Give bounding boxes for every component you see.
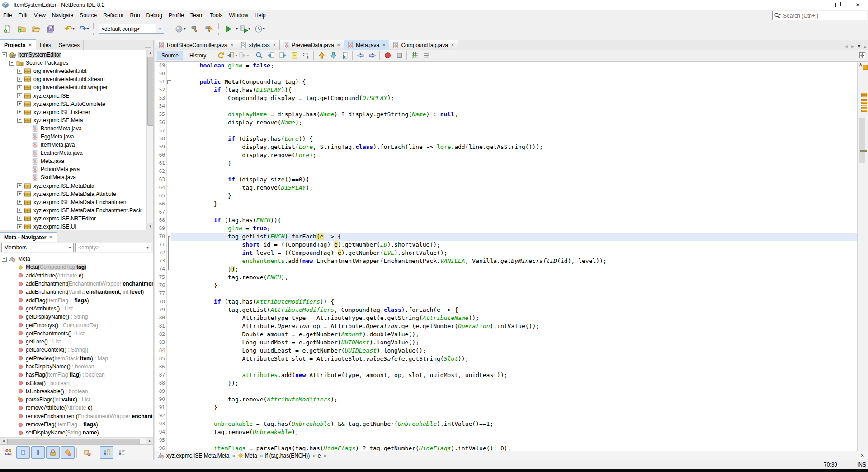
menu-view[interactable]: View (31, 11, 49, 20)
profile-button[interactable]: ▾ (252, 22, 267, 36)
navigator-item[interactable]: removeEnchantment(EnchantmentWrapper enc… (0, 412, 153, 420)
line-number[interactable]: 69 (155, 224, 167, 233)
scroll-up-icon[interactable]: ▲ (147, 50, 154, 57)
navigator-item[interactable]: getPreview(ItemStack item) : Map (0, 354, 153, 362)
line-number[interactable]: 57 (155, 127, 167, 135)
line-number[interactable]: 61 (155, 159, 167, 167)
project-tree-item[interactable]: + xyz.expmc.ISE.Listener (0, 108, 146, 116)
navigator-item[interactable]: getAttributes() : List (0, 305, 153, 313)
history-view-button[interactable]: History (185, 51, 211, 60)
code-line-69[interactable]: 69 glow = true; (155, 224, 857, 233)
toggle-bookmark-button[interactable] (339, 50, 351, 61)
stripe-warning-mark[interactable] (861, 99, 867, 101)
code-line-96[interactable]: 96 itemFlags = parseFlags(tag.has(HideFl… (155, 444, 857, 451)
show-static-button[interactable] (61, 446, 75, 459)
comment-button[interactable] (409, 50, 420, 61)
line-number[interactable]: 68 (155, 216, 167, 224)
code-line-63[interactable]: 63 if (display.size()==0){ (155, 176, 857, 184)
toggle-highlight-button[interactable] (288, 50, 300, 61)
code-line-58[interactable]: 58 if (display.has(Lore)) { (155, 135, 857, 143)
project-tree-item[interactable]: + org.inventivetalent.nbt.stream (0, 75, 146, 83)
line-number[interactable]: 60 (155, 151, 167, 159)
navigator-item[interactable]: addEnchantment(Vanilla enchantment, int … (0, 288, 153, 296)
code-line-61[interactable]: 61 } (155, 159, 857, 167)
source-view-button[interactable]: Source (157, 51, 183, 60)
code-line-84[interactable]: 84 Long uuidLeast = e.getNumber(UUIDLeas… (155, 347, 857, 355)
sort-source-button[interactable] (115, 446, 128, 459)
find-selection-button[interactable] (253, 50, 265, 61)
line-number[interactable]: 93 (155, 420, 167, 428)
find-next-button[interactable] (277, 50, 288, 61)
chevron-down-icon[interactable]: ▾ (156, 24, 164, 33)
code-line-71[interactable]: 71 short id = ((CompoundTag) e).getNumbe… (155, 241, 857, 249)
scroll-left-icon[interactable]: ◄ (0, 438, 7, 444)
uncomment-button[interactable] (420, 50, 432, 61)
services-button[interactable]: ▾ (173, 22, 188, 36)
line-number[interactable]: 83 (155, 339, 167, 347)
project-tree-item[interactable]: Meta.java (0, 157, 146, 165)
breadcrumb-item[interactable]: e (318, 453, 321, 459)
code-line-67[interactable]: 67 (155, 208, 857, 216)
build-button[interactable] (188, 22, 202, 36)
navigator-item[interactable]: getEnchantments() : List (0, 329, 153, 338)
project-tree-item[interactable]: SkullMeta.java (0, 173, 146, 181)
project-tree-item[interactable]: + xyz.expmc.ISE.MetaData.Enchantment (0, 198, 146, 206)
stripe-warning-mark[interactable] (861, 95, 867, 97)
run-button[interactable] (221, 22, 236, 36)
code-line-74[interactable]: 74 }); (155, 265, 857, 273)
code-line-93[interactable]: 93 unbreakable = tag.has(Unbreakable) &&… (155, 420, 857, 428)
close-icon[interactable]: ✕ (451, 43, 454, 48)
chevron-up-icon[interactable]: ∧ (859, 62, 862, 67)
code-line-91[interactable]: 91 } (155, 404, 857, 412)
tab-files[interactable]: Files (36, 40, 55, 50)
line-number[interactable]: 77 (155, 290, 167, 298)
navigator-item[interactable]: getLore() : List (0, 338, 153, 346)
stripe-warning-mark[interactable] (861, 110, 867, 112)
prev-bookmark-button[interactable] (316, 50, 327, 61)
close-icon[interactable]: ✕ (28, 43, 32, 48)
line-number[interactable]: 90 (155, 396, 167, 404)
menu-tools[interactable]: Tools (207, 11, 226, 20)
show-fields-button[interactable] (16, 446, 30, 459)
menu-debug[interactable]: Debug (143, 11, 165, 20)
show-inherited-button[interactable] (1, 446, 15, 459)
fold-marker[interactable] (167, 80, 171, 84)
navigator-item[interactable]: parseFlags(int value) : List (0, 396, 153, 404)
line-number[interactable]: 66 (155, 200, 167, 208)
line-number[interactable]: 53 (155, 94, 167, 102)
expand-icon[interactable]: + (17, 85, 22, 90)
find-previous-button[interactable] (265, 50, 277, 61)
line-number[interactable]: 63 (155, 176, 167, 184)
code-line-86[interactable]: 86 (155, 363, 857, 371)
close-icon[interactable]: ✕ (230, 43, 233, 48)
code-line-73[interactable]: 73 enchantments.add(new EnchantmentWrapp… (155, 257, 857, 265)
shift-right-button[interactable] (366, 50, 378, 61)
line-number[interactable]: 73 (155, 257, 167, 265)
menu-run[interactable]: Run (127, 11, 143, 20)
line-number[interactable]: 64 (155, 184, 167, 192)
navigator-item[interactable]: isUnbreakable() : boolean (0, 387, 153, 396)
line-number[interactable]: 54 (155, 102, 167, 110)
line-number[interactable]: 67 (155, 208, 167, 216)
code-line-59[interactable]: 59 display.getList(Lore, StringTag.class… (155, 143, 857, 151)
next-bookmark-button[interactable] (327, 50, 339, 61)
navigator-item[interactable]: Meta(CompoundTag tag) (0, 263, 153, 271)
code-line-90[interactable]: 90 tag.remove(AttributeModifiers); (155, 396, 857, 404)
stripe-caret-mark[interactable] (860, 150, 867, 152)
code-editor[interactable]: 49 boolean glow = false;5051 public Meta… (155, 62, 857, 451)
expand-icon[interactable]: + (17, 224, 22, 229)
menu-refactor[interactable]: Refactor (100, 11, 127, 20)
project-tree-item[interactable]: + org.inventivetalent.nbt (0, 67, 146, 75)
clean-build-button[interactable] (202, 22, 217, 36)
code-line-81[interactable]: 81 Attribute.Operation op = Attribute.Op… (155, 322, 857, 330)
project-tree-item[interactable]: BannerMeta.java (0, 124, 146, 133)
stripe-warning-mark[interactable] (863, 65, 868, 70)
scroll-down-icon[interactable]: ▼ (147, 223, 154, 230)
code-line-83[interactable]: 83 Long uuidMost = e.getNumber(UUIDMost)… (155, 339, 857, 347)
line-number[interactable]: 52 (155, 86, 167, 94)
menu-help[interactable]: Help (251, 11, 269, 20)
shift-left-button[interactable] (354, 50, 366, 61)
error-stripe[interactable]: ∧ (857, 62, 868, 451)
line-number[interactable]: 76 (155, 281, 167, 290)
code-line-54[interactable]: 54 (155, 102, 857, 110)
